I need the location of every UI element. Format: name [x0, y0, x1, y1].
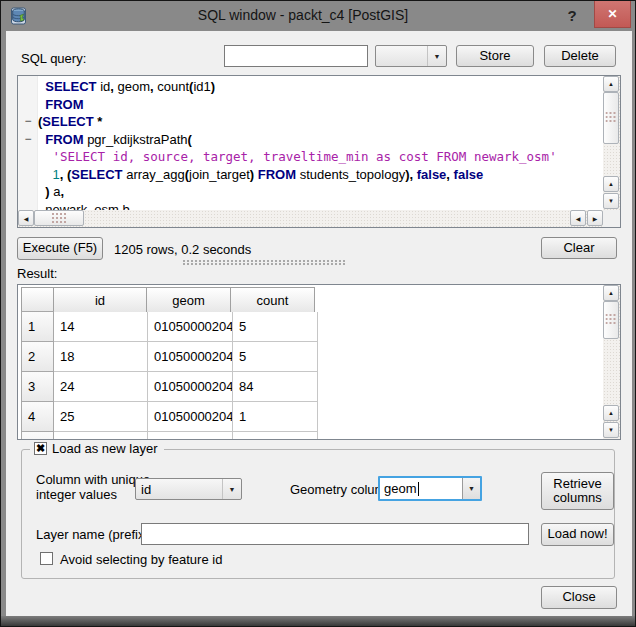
code-line[interactable]: 'SELECT id, source, target, traveltime_m… — [18, 148, 602, 166]
table-row[interactable]: 3240105000020400...84 — [21, 372, 318, 402]
table-cell[interactable]: 26 — [54, 432, 148, 440]
load-as-new-layer-label: Load as new layer — [52, 441, 158, 456]
table-cell[interactable]: 18 — [54, 342, 148, 372]
corner-header-cell[interactable] — [21, 287, 54, 313]
saved-queries-combobox[interactable]: ▼ — [375, 45, 447, 67]
result-table-header: idgeomcount — [21, 287, 315, 313]
code-line[interactable]: SELECT id, geom, count(id1) — [18, 78, 602, 96]
table-row[interactable]: 2180105000020400...5 — [21, 342, 318, 372]
code-text: FROM — [38, 96, 84, 114]
fold-margin-cell — [18, 96, 38, 114]
chevron-down-icon: ▼ — [222, 479, 241, 499]
code-text: newark_osm b — [38, 201, 130, 211]
scroll-up-icon[interactable]: ▲ — [603, 405, 619, 421]
table-row[interactable]: 1140105000020400...5 — [21, 312, 318, 342]
splitter-handle[interactable] — [183, 260, 345, 265]
scroll-down-icon[interactable]: ▼ — [603, 193, 619, 209]
row-number-cell[interactable]: 1 — [21, 311, 54, 342]
scroll-down-icon[interactable]: ▼ — [603, 422, 619, 438]
sql-window-dialog: SQL window - packt_c4 [PostGIS] ? ✕ SQL … — [0, 0, 636, 627]
layer-name-label: Layer name (prefix) — [36, 527, 149, 542]
editor-hscroll-thumb[interactable] — [34, 210, 84, 226]
result-table[interactable]: idgeomcount 1140105000020400...521801050… — [17, 284, 621, 440]
scroll-up-icon[interactable]: ▲ — [603, 285, 619, 301]
geometry-column-combobox[interactable]: geom ▼ — [378, 476, 482, 501]
layer-name-input[interactable] — [141, 523, 529, 545]
sql-editor[interactable]: SELECT id, geom, count(id1) FROM−(SELECT… — [17, 75, 621, 228]
table-cell[interactable]: 0105000020400... — [148, 402, 233, 432]
clear-button[interactable]: Clear — [541, 237, 617, 259]
column-header-geom[interactable]: geom — [146, 287, 231, 313]
table-cell[interactable]: 25 — [54, 402, 148, 432]
load-now-button[interactable]: Load now! — [541, 523, 614, 546]
unique-column-combobox[interactable]: id ▼ — [135, 478, 242, 500]
table-cell[interactable]: 24 — [54, 372, 148, 402]
code-line[interactable]: − FROM pgr_kdijkstraPath( — [18, 131, 602, 149]
table-cell[interactable]: 84 — [233, 372, 318, 402]
fold-marker-icon[interactable]: − — [18, 113, 38, 131]
scroll-up-icon[interactable]: ▲ — [603, 76, 619, 92]
code-text: 1, (SELECT array_agg(join_target) FROM s… — [38, 166, 483, 184]
scroll-right-icon[interactable]: ▶ — [587, 210, 603, 226]
table-row[interactable]: 5260105000020400...1 — [21, 432, 318, 440]
close-button[interactable]: Close — [541, 586, 617, 609]
code-line[interactable]: −(SELECT * — [18, 113, 602, 131]
editor-vscroll-thumb[interactable] — [603, 92, 619, 144]
editor-hscrollbar[interactable]: ◀ ◀ ▶ — [18, 210, 603, 227]
fold-margin-cell — [18, 183, 38, 201]
fold-margin-cell — [18, 78, 38, 96]
code-text: FROM pgr_kdijkstraPath( — [38, 131, 192, 149]
table-cell[interactable]: 0105000020400... — [148, 372, 233, 402]
column-header-count[interactable]: count — [230, 287, 315, 313]
close-window-button[interactable]: ✕ — [594, 1, 631, 28]
table-cell[interactable]: 0105000020400... — [148, 312, 233, 342]
chevron-down-icon[interactable]: ▼ — [462, 478, 480, 499]
table-vscroll-thumb[interactable] — [603, 301, 619, 339]
fold-margin-cell — [18, 148, 38, 166]
code-text: (SELECT * — [38, 113, 102, 131]
avoid-selecting-checkbox[interactable] — [40, 552, 53, 565]
thumb-grip-icon — [606, 112, 617, 124]
scroll-up-icon[interactable]: ▲ — [603, 176, 619, 192]
chevron-down-icon: ▼ — [427, 46, 446, 66]
execute-button[interactable]: Execute (F5) — [17, 237, 103, 260]
sql-code-area[interactable]: SELECT id, geom, count(id1) FROM−(SELECT… — [18, 78, 602, 210]
geometry-column-value: geom — [384, 481, 417, 496]
table-cell[interactable]: 0105000020400... — [148, 342, 233, 372]
table-cell[interactable]: 0105000020400... — [148, 432, 233, 440]
column-header-id[interactable]: id — [53, 287, 147, 313]
store-button[interactable]: Store — [456, 45, 534, 67]
table-cell[interactable]: 1 — [233, 432, 318, 440]
row-number-cell[interactable]: 5 — [21, 431, 54, 440]
unique-column-value: id — [141, 479, 151, 499]
scroll-left-icon[interactable]: ◀ — [570, 210, 586, 226]
saved-query-name-input[interactable] — [224, 45, 368, 67]
code-line[interactable]: ) a, — [18, 183, 602, 201]
retrieve-columns-button[interactable]: Retrieve columns — [541, 472, 614, 510]
row-number-cell[interactable]: 3 — [21, 371, 54, 402]
title-bar: SQL window - packt_c4 [PostGIS] ? ✕ — [1, 1, 635, 31]
code-line[interactable]: FROM — [18, 96, 602, 114]
code-line[interactable]: newark_osm b — [18, 201, 602, 211]
load-as-new-layer-checkbox[interactable]: ✖ — [34, 442, 47, 455]
database-icon — [9, 6, 29, 26]
table-cell[interactable]: 1 — [233, 402, 318, 432]
help-button[interactable]: ? — [559, 4, 585, 28]
table-cell[interactable]: 14 — [54, 312, 148, 342]
unique-column-label: Column with unique integer values — [36, 472, 150, 502]
row-number-cell[interactable]: 2 — [21, 341, 54, 372]
scroll-left-icon[interactable]: ◀ — [18, 210, 34, 226]
code-text: 'SELECT id, source, target, traveltime_m… — [38, 148, 557, 166]
table-row[interactable]: 4250105000020400...1 — [21, 402, 318, 432]
delete-button[interactable]: Delete — [544, 45, 616, 67]
avoid-selecting-label: Avoid selecting by feature id — [60, 552, 222, 567]
load-as-new-layer-group: ✖ Load as new layer Column with unique i… — [21, 449, 615, 579]
editor-vscrollbar[interactable]: ▲ ▲ ▼ — [603, 76, 620, 210]
table-vscrollbar[interactable]: ▲ ▲ ▼ — [603, 285, 620, 439]
table-cell[interactable]: 5 — [233, 312, 318, 342]
result-table-rows: 1140105000020400...52180105000020400...5… — [21, 312, 318, 440]
table-cell[interactable]: 5 — [233, 342, 318, 372]
code-line[interactable]: 1, (SELECT array_agg(join_target) FROM s… — [18, 166, 602, 184]
row-number-cell[interactable]: 4 — [21, 401, 54, 432]
fold-marker-icon[interactable]: − — [18, 131, 38, 149]
